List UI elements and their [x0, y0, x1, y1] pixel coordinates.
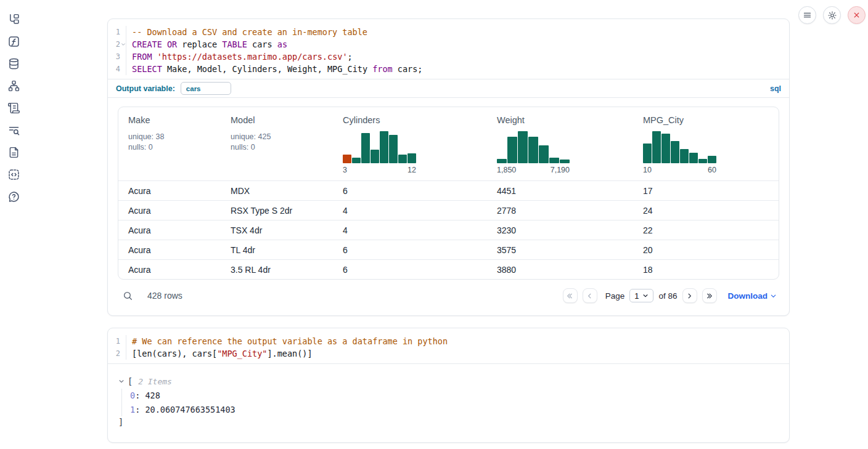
column-stats: unique: 38nulls: 0: [128, 132, 211, 153]
histogram-bar: [389, 135, 398, 163]
fold-chevron-icon[interactable]: [121, 42, 126, 47]
tree-item-key: 0: [130, 390, 135, 400]
histogram-bar: [539, 145, 549, 163]
code-line: 1-- Download a CSV and create an in-memo…: [108, 26, 789, 38]
notebook: 1-- Download a CSV and create an in-memo…: [107, 0, 790, 443]
table-cell: 3880: [487, 260, 633, 280]
histogram-bar: [698, 159, 707, 163]
page-select-value: 1: [634, 291, 639, 301]
database-icon[interactable]: [7, 57, 20, 70]
table-footer: 428 rows Page 1 of 86 Download: [118, 286, 779, 305]
histogram-max-label: 12: [407, 166, 416, 174]
histogram-bar: [661, 134, 670, 163]
histogram-min-label: 1,850: [497, 166, 516, 174]
table-cell: 4451: [487, 181, 633, 201]
histogram-bar: [652, 131, 661, 163]
histogram-min-label: 10: [643, 166, 652, 174]
histogram-bar: [371, 150, 379, 163]
page-total-label: of 86: [658, 291, 677, 301]
sql-code-editor[interactable]: 1-- Download a CSV and create an in-memo…: [108, 19, 789, 79]
column-name: Cylinders: [343, 115, 477, 125]
code-line: 3FROM 'https://datasets.marimo.app/cars.…: [108, 51, 789, 63]
snippets-icon[interactable]: [7, 168, 20, 181]
line-number: 4: [108, 63, 126, 75]
sidebar: [0, 0, 27, 203]
column-histogram: 1060: [643, 131, 716, 174]
table-cell: 4: [333, 201, 487, 220]
histogram-bar: [518, 131, 528, 163]
column-histogram: 312: [343, 131, 416, 174]
table-cell: 2778: [487, 201, 633, 220]
close-icon: [853, 11, 861, 19]
next-page-button[interactable]: [682, 288, 697, 303]
column-histogram: 1,8507,190: [497, 131, 570, 174]
line-number: 1: [108, 26, 126, 38]
table-row: AcuraTSX 4dr4323022: [118, 220, 779, 240]
logs-icon[interactable]: [7, 124, 20, 137]
chevrons-right-icon: [705, 292, 713, 300]
chevron-down-icon: [642, 293, 649, 299]
table-cell: 6: [333, 181, 487, 201]
table-cell: Acura: [118, 260, 221, 280]
table-cell: RSX Type S 2dr: [221, 201, 333, 220]
table-cell: MDX: [221, 181, 333, 201]
histogram-bar: [680, 149, 689, 163]
histogram-bar: [708, 156, 716, 163]
table-row: AcuraTL 4dr6357520: [118, 240, 779, 260]
line-number: 2: [108, 38, 126, 51]
column-header: Weight1,8507,190: [487, 107, 633, 181]
page-select[interactable]: 1: [629, 289, 653, 302]
table-cell: TSX 4dr: [221, 220, 333, 240]
histogram-bar: [398, 155, 407, 163]
first-page-button[interactable]: [563, 288, 578, 303]
menu-button[interactable]: [798, 6, 816, 24]
table-row: AcuraMDX6445117: [118, 181, 779, 201]
table-cell: 3575: [487, 240, 633, 260]
function-icon[interactable]: [7, 35, 20, 48]
python-cell: 1# We can reference the output variable …: [107, 328, 790, 443]
histogram-min-label: 3: [343, 166, 347, 174]
table-cell: Acura: [118, 240, 221, 260]
dependency-graph-icon[interactable]: [7, 79, 20, 92]
gear-icon: [827, 10, 837, 20]
table-cell: 22: [633, 220, 779, 240]
settings-button[interactable]: [823, 6, 841, 24]
file-tree-icon[interactable]: [7, 13, 20, 26]
line-number: 1: [108, 335, 126, 347]
table-cell: 18: [633, 260, 779, 280]
python-code-editor[interactable]: 1# We can reference the output variable …: [108, 328, 789, 363]
chevron-right-icon: [686, 292, 694, 300]
histogram-bar: [528, 137, 538, 163]
line-number: 3: [108, 51, 126, 63]
output-variable-row: Output variable: sql: [108, 79, 789, 97]
help-icon[interactable]: [7, 190, 20, 203]
column-name: Make: [128, 115, 211, 125]
code-content: # We can reference the output variable a…: [126, 335, 448, 347]
last-page-button[interactable]: [702, 288, 717, 303]
chevron-down-icon[interactable]: [118, 378, 125, 384]
download-button[interactable]: Download: [728, 291, 777, 301]
search-button[interactable]: [123, 291, 133, 301]
histogram-bar: [689, 153, 698, 163]
output-variable-input[interactable]: [181, 82, 231, 95]
data-table: Makeunique: 38nulls: 0Modelunique: 425nu…: [118, 107, 779, 280]
tree-item-key: 1: [130, 405, 135, 415]
line-number: 2: [108, 347, 126, 360]
close-button[interactable]: [848, 6, 866, 24]
scratchpad-icon[interactable]: [7, 102, 20, 115]
table-cell: Acura: [118, 181, 221, 201]
code-content: CREATE OR replace TABLE cars as: [126, 38, 287, 51]
column-stats: unique: 425nulls: 0: [231, 132, 323, 153]
open-bracket: [: [128, 376, 133, 386]
histogram-bar: [560, 160, 570, 163]
documentation-icon[interactable]: [7, 146, 20, 159]
code-content: [len(cars), cars["MPG_City"].mean()]: [126, 347, 313, 360]
chevron-left-icon: [586, 292, 594, 300]
sql-cell: 1-- Download a CSV and create an in-memo…: [107, 18, 790, 316]
previous-page-button[interactable]: [583, 288, 597, 303]
table-cell: Acura: [118, 220, 221, 240]
table-cell: TL 4dr: [221, 240, 333, 260]
table-cell: 6: [333, 240, 487, 260]
tree-item-value: : 428: [135, 390, 160, 400]
column-header: Cylinders312: [333, 107, 487, 181]
